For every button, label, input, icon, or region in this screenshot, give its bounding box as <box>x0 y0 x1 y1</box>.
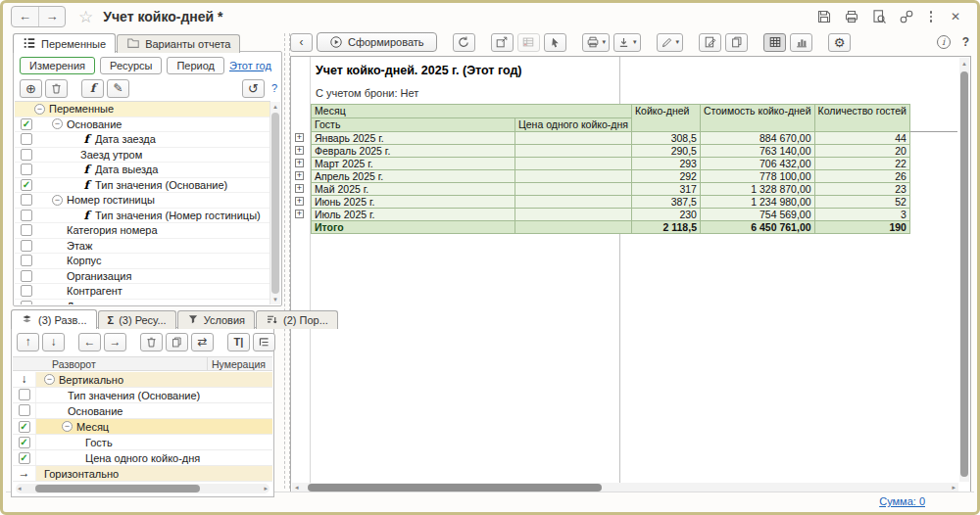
cell-cost[interactable]: 884 670,00 <box>700 132 814 145</box>
row-checkbox[interactable] <box>21 285 32 297</box>
cell-price[interactable] <box>515 196 632 209</box>
move-right-icon[interactable]: → <box>104 333 126 351</box>
expand-row-icon[interactable]: + <box>295 210 304 218</box>
cell-month[interactable]: Май 2025 г. <box>312 183 515 196</box>
report-data-row[interactable]: Июль 2025 г.230754 569,003 <box>312 209 910 221</box>
row-checkbox[interactable] <box>19 389 30 400</box>
cell-bed-days[interactable]: 387,5 <box>631 196 700 209</box>
scrollbar-thumb[interactable] <box>960 71 968 477</box>
variables-tree-row[interactable]: Контрагент <box>15 284 270 300</box>
refresh-icon[interactable] <box>453 33 475 52</box>
cell-bed-days[interactable]: 290,5 <box>631 145 700 158</box>
text-settings-icon[interactable]: T| <box>227 333 250 351</box>
report-vscrollbar[interactable]: ▲ <box>959 58 969 482</box>
variables-scrollbar[interactable]: ▲ ▼ <box>270 102 280 304</box>
help-icon[interactable]: ? <box>271 82 277 94</box>
settings-gear-icon[interactable]: ⚙ <box>828 33 851 52</box>
structure-row[interactable]: ✓−Месяц <box>13 419 272 435</box>
move-left-icon[interactable]: ← <box>78 333 101 351</box>
row-checkbox[interactable] <box>21 224 32 236</box>
cell-guests[interactable]: 23 <box>814 183 909 196</box>
cell-cost[interactable]: 754 569,00 <box>700 209 814 221</box>
row-checkbox[interactable] <box>21 164 32 175</box>
variables-tree-row[interactable]: ✓−Основание <box>15 117 270 133</box>
cursor-icon[interactable] <box>544 33 566 52</box>
more-menu-icon[interactable] <box>926 9 936 24</box>
row-checkbox[interactable]: ✓ <box>19 437 30 448</box>
cell-guests[interactable]: 3 <box>814 209 909 221</box>
save-icon[interactable] <box>816 9 832 24</box>
chart-view-icon[interactable] <box>790 33 812 52</box>
cell-price[interactable] <box>515 132 632 145</box>
print-report-icon[interactable]: ▾ <box>582 33 611 52</box>
cell-cost[interactable]: 1 328 870,00 <box>700 183 814 196</box>
collapse-icon[interactable]: − <box>52 195 63 206</box>
swap-icon[interactable]: ⇄ <box>191 333 214 351</box>
cell-month[interactable]: Июнь 2025 г. <box>312 196 515 209</box>
expand-row-icon[interactable]: + <box>295 197 304 206</box>
cell-bed-days[interactable]: 308,5 <box>631 132 700 145</box>
row-checkbox[interactable] <box>19 404 30 416</box>
expand-row-icon[interactable]: + <box>295 133 304 142</box>
report-total-row[interactable]: Итого2 118,56 450 761,00190 <box>312 221 910 234</box>
row-checkbox[interactable]: ✓ <box>21 118 32 130</box>
period-link[interactable]: Этот год <box>229 60 271 71</box>
draw-pencil-icon[interactable]: ▾ <box>657 33 684 52</box>
cell-price[interactable] <box>515 209 632 221</box>
scrollbar-thumb[interactable] <box>308 484 602 492</box>
scrollbar-thumb[interactable] <box>35 485 200 492</box>
scrollbar-thumb[interactable] <box>271 113 279 294</box>
row-checkbox[interactable]: ✓ <box>21 179 32 191</box>
grid-view-icon[interactable] <box>763 33 786 52</box>
hierarchy-icon[interactable] <box>253 333 275 351</box>
cell-price[interactable] <box>515 183 632 196</box>
variables-tree-row[interactable]: −Переменные <box>15 102 270 117</box>
tab-expand[interactable]: (3) Разв... <box>11 309 97 329</box>
cell-guests[interactable]: 20 <box>814 145 909 158</box>
variables-tree-row[interactable]: fДата выезда <box>15 163 270 178</box>
row-checkbox[interactable] <box>21 270 32 282</box>
tab-resources[interactable]: Σ (3) Ресу... <box>98 310 176 329</box>
cell-bed-days[interactable]: 317 <box>631 183 700 196</box>
row-checkbox[interactable] <box>21 149 32 161</box>
autofit-icon[interactable] <box>491 33 514 52</box>
row-checkbox[interactable] <box>21 301 32 304</box>
cell-month[interactable]: Июль 2025 г. <box>312 209 515 221</box>
report-data-row[interactable]: Апрель 2025 г.292778 100,0026 <box>312 170 910 183</box>
structure-hscrollbar[interactable]: ◂ ▸ <box>16 484 270 493</box>
cell-month[interactable]: Апрель 2025 г. <box>312 170 515 183</box>
favorite-star-icon[interactable]: ☆ <box>78 9 93 25</box>
info-icon[interactable]: i <box>937 35 951 49</box>
forward-button[interactable]: → <box>38 7 65 26</box>
edit-pencil-button[interactable]: ✎ <box>107 79 129 98</box>
function-button[interactable]: f <box>81 79 104 98</box>
collapse-icon[interactable]: − <box>52 118 63 129</box>
cell-bed-days[interactable]: 230 <box>631 209 700 221</box>
structure-row[interactable]: ✓Цена одного койко-дня <box>13 450 272 466</box>
delete-icon[interactable] <box>45 79 68 98</box>
move-down-icon[interactable]: ↓ <box>42 333 65 351</box>
cell-price[interactable] <box>515 170 632 183</box>
cell-bed-days[interactable]: 293 <box>631 158 700 170</box>
cell-month[interactable]: Февраль 2025 г. <box>312 145 515 158</box>
tab-report-variants[interactable]: Варианты отчета <box>117 34 240 53</box>
cell-guests[interactable]: 44 <box>814 132 909 145</box>
tab-order[interactable]: (2) Пор... <box>256 310 338 329</box>
delete-row-icon[interactable] <box>140 333 163 351</box>
cell-guests[interactable]: 22 <box>814 158 909 170</box>
edit-document-icon[interactable] <box>699 33 721 52</box>
cell-month[interactable]: Январь 2025 г. <box>312 132 515 145</box>
report-data-row[interactable]: Май 2025 г.3171 328 870,0023 <box>312 183 910 196</box>
reset-icon[interactable]: ↺ <box>242 79 265 98</box>
close-icon[interactable]: ✕ <box>948 9 963 24</box>
expand-row-icon[interactable]: + <box>295 184 304 193</box>
cell-price[interactable] <box>515 145 632 158</box>
generate-button[interactable]: Сформировать <box>317 32 437 52</box>
report-data-row[interactable]: Март 2025 г.293706 432,0022 <box>312 158 910 170</box>
variables-tree-row[interactable]: Заезд утром <box>15 148 270 164</box>
link-icon[interactable] <box>899 9 914 24</box>
collapse-icon[interactable]: − <box>34 104 45 115</box>
cell-cost[interactable]: 706 432,00 <box>700 158 814 170</box>
cell-cost[interactable]: 778 100,00 <box>700 170 814 183</box>
report-help-icon[interactable]: ? <box>962 35 969 49</box>
